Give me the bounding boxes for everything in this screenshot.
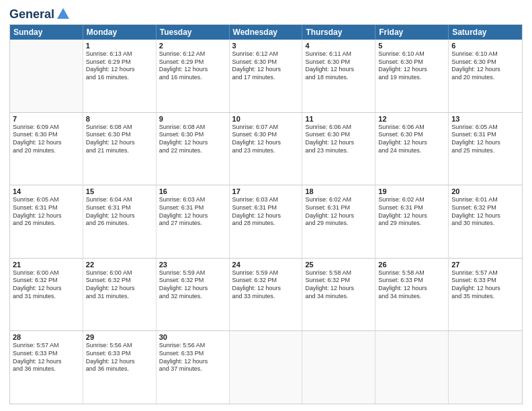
cell-line: Daylight: 12 hours — [159, 212, 226, 220]
cell-line: and 23 minutes. — [305, 147, 372, 155]
calendar-row: 7Sunrise: 6:09 AMSunset: 6:30 PMDaylight… — [10, 113, 522, 186]
cell-line: and 36 minutes. — [13, 365, 80, 373]
calendar-cell — [375, 331, 449, 404]
cell-line: and 24 minutes. — [378, 147, 445, 155]
cell-line: Daylight: 12 hours — [378, 66, 445, 74]
calendar-cell: 13Sunrise: 6:05 AMSunset: 6:31 PMDayligh… — [449, 113, 522, 185]
cell-line: Daylight: 12 hours — [159, 285, 226, 293]
cell-line: and 16 minutes. — [159, 74, 226, 82]
cell-line: Sunrise: 6:09 AM — [13, 124, 80, 132]
cell-line: Daylight: 12 hours — [232, 212, 300, 220]
cell-line: Sunrise: 6:08 AM — [86, 124, 153, 132]
cell-line: and 21 minutes. — [86, 147, 153, 155]
calendar-cell: 1Sunrise: 6:13 AMSunset: 6:29 PMDaylight… — [83, 40, 157, 112]
svg-marker-0 — [57, 8, 69, 19]
cell-line: and 37 minutes. — [159, 365, 226, 373]
cell-line: Sunrise: 6:00 AM — [13, 269, 80, 277]
cell-line: and 25 minutes. — [451, 147, 519, 155]
calendar-cell: 25Sunrise: 5:58 AMSunset: 6:32 PMDayligh… — [302, 259, 375, 331]
calendar-cell — [230, 331, 303, 404]
calendar-body: 1Sunrise: 6:13 AMSunset: 6:29 PMDaylight… — [10, 40, 522, 404]
cell-line: Daylight: 12 hours — [13, 139, 80, 147]
cell-line: and 20 minutes. — [451, 74, 519, 82]
cell-line: Sunrise: 5:58 AM — [378, 269, 445, 277]
day-number: 30 — [159, 333, 226, 341]
calendar-cell: 27Sunrise: 5:57 AMSunset: 6:33 PMDayligh… — [449, 259, 522, 331]
cell-line: Sunrise: 5:57 AM — [451, 269, 519, 277]
cell-line: Sunrise: 6:03 AM — [232, 196, 300, 204]
calendar-cell: 5Sunrise: 6:10 AMSunset: 6:30 PMDaylight… — [375, 40, 449, 112]
cell-line: Sunrise: 5:56 AM — [159, 342, 226, 350]
cell-line: Sunrise: 6:05 AM — [13, 196, 80, 204]
logo-icon — [56, 7, 71, 21]
cell-line: and 34 minutes. — [305, 293, 372, 301]
day-number: 3 — [232, 42, 300, 50]
cell-line: Daylight: 12 hours — [232, 139, 300, 147]
calendar-cell — [10, 40, 83, 112]
cell-line: Sunset: 6:30 PM — [232, 131, 300, 139]
cell-line: Sunset: 6:31 PM — [451, 131, 519, 139]
cell-line: Daylight: 12 hours — [451, 285, 519, 293]
cell-line: and 29 minutes. — [305, 220, 372, 228]
cell-line: Daylight: 12 hours — [86, 66, 153, 74]
cell-line: Sunrise: 6:00 AM — [86, 269, 153, 277]
cell-line: Sunrise: 6:05 AM — [451, 124, 519, 132]
calendar-cell: 18Sunrise: 6:02 AMSunset: 6:31 PMDayligh… — [302, 185, 375, 258]
cell-line: Sunset: 6:31 PM — [86, 204, 153, 212]
cell-line: Sunset: 6:30 PM — [305, 58, 372, 66]
cell-line: and 18 minutes. — [305, 74, 372, 82]
cell-line: Sunrise: 5:57 AM — [13, 342, 80, 350]
calendar-cell: 4Sunrise: 6:11 AMSunset: 6:30 PMDaylight… — [302, 40, 375, 112]
calendar-cell: 12Sunrise: 6:06 AMSunset: 6:30 PMDayligh… — [375, 113, 449, 185]
header-cell-friday: Friday — [375, 25, 449, 40]
cell-line: Sunrise: 6:02 AM — [305, 196, 372, 204]
cell-line: Sunrise: 6:10 AM — [378, 50, 445, 58]
day-number: 22 — [86, 261, 153, 269]
cell-line: Daylight: 12 hours — [86, 212, 153, 220]
day-number: 2 — [159, 42, 226, 50]
cell-line: and 33 minutes. — [232, 293, 300, 301]
cell-line: Sunset: 6:30 PM — [378, 131, 445, 139]
day-number: 25 — [305, 261, 372, 269]
cell-line: and 16 minutes. — [86, 74, 153, 82]
cell-line: Daylight: 12 hours — [13, 285, 80, 293]
cell-line: Sunrise: 6:06 AM — [378, 124, 445, 132]
cell-line: Sunset: 6:29 PM — [159, 58, 226, 66]
cell-line: Daylight: 12 hours — [232, 285, 300, 293]
cell-line: Sunrise: 5:56 AM — [86, 342, 153, 350]
day-number: 26 — [378, 261, 445, 269]
day-number: 29 — [86, 333, 153, 341]
header-cell-thursday: Thursday — [302, 25, 375, 40]
cell-line: Sunset: 6:29 PM — [86, 58, 153, 66]
cell-line: and 19 minutes. — [378, 74, 445, 82]
page: General SundayMondayTuesdayWednesdayThur… — [0, 0, 532, 411]
calendar-row: 28Sunrise: 5:57 AMSunset: 6:33 PMDayligh… — [10, 331, 522, 404]
day-number: 24 — [232, 261, 300, 269]
calendar: SundayMondayTuesdayWednesdayThursdayFrid… — [9, 24, 523, 404]
calendar-cell: 20Sunrise: 6:01 AMSunset: 6:32 PMDayligh… — [449, 185, 522, 258]
header-cell-sunday: Sunday — [10, 25, 83, 40]
day-number: 5 — [378, 42, 445, 50]
day-number: 15 — [86, 187, 153, 195]
day-number: 1 — [86, 42, 153, 50]
cell-line: and 36 minutes. — [86, 365, 153, 373]
cell-line: and 22 minutes. — [159, 147, 226, 155]
cell-line: Daylight: 12 hours — [305, 212, 372, 220]
calendar-cell: 23Sunrise: 5:59 AMSunset: 6:32 PMDayligh… — [157, 259, 230, 331]
calendar-cell: 3Sunrise: 6:12 AMSunset: 6:30 PMDaylight… — [230, 40, 303, 112]
cell-line: and 17 minutes. — [232, 74, 300, 82]
cell-line: Sunset: 6:33 PM — [159, 350, 226, 358]
header: General — [9, 7, 523, 20]
day-number: 14 — [13, 187, 80, 195]
cell-line: Sunset: 6:32 PM — [305, 277, 372, 285]
cell-line: Sunrise: 6:08 AM — [159, 124, 226, 132]
cell-line: and 34 minutes. — [378, 293, 445, 301]
day-number: 18 — [305, 187, 372, 195]
cell-line: Sunset: 6:31 PM — [378, 204, 445, 212]
cell-line: Sunset: 6:30 PM — [451, 58, 519, 66]
header-cell-monday: Monday — [83, 25, 157, 40]
cell-line: Sunrise: 6:01 AM — [451, 196, 519, 204]
cell-line: Daylight: 12 hours — [378, 139, 445, 147]
cell-line: Sunrise: 5:59 AM — [159, 269, 226, 277]
calendar-row: 14Sunrise: 6:05 AMSunset: 6:31 PMDayligh… — [10, 185, 522, 259]
